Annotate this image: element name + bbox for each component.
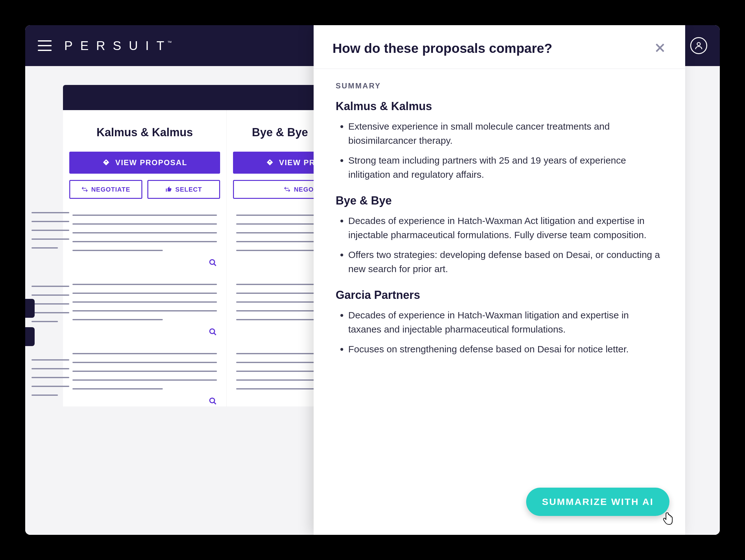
tag-icon [266,159,274,167]
summary-bullet: Decades of experience in Hatch-Waxman li… [348,308,663,336]
select-label: SELECT [175,186,202,193]
proposal-column-kalmus: Kalmus & Kalmus VIEW PROPOSAL NEGOTIATE … [63,110,227,407]
gutter-tabs [25,299,35,346]
firm-name: Bye & Bye [336,194,663,207]
placeholder-text-block [69,215,220,268]
firm-name: Kalmus & Kalmus [336,100,663,113]
header-left: PERSUIT ™ [38,39,172,53]
view-proposal-label: VIEW PROPOSAL [115,158,187,167]
app-window: PERSUIT ™ [25,25,720,535]
close-icon[interactable] [654,41,666,56]
summarize-label: SUMMARIZE WITH AI [542,496,654,507]
summary-bullet: Strong team including partners with 25 a… [348,153,663,181]
user-avatar-icon[interactable] [690,37,707,54]
menu-icon[interactable] [38,40,52,51]
placeholder-text-block [69,353,220,407]
summary-bullet: Focuses on strengthening defense based o… [348,342,663,356]
brand-logo: PERSUIT ™ [64,39,172,53]
view-proposal-button[interactable]: VIEW PROPOSAL [69,152,220,174]
placeholder-text-block [69,284,220,337]
brand-trademark: ™ [167,40,172,45]
negotiate-button[interactable]: NEGOTIATE [69,180,142,199]
panel-body: SUMMARY Kalmus & Kalmus Extensive experi… [314,69,685,388]
svg-point-0 [697,42,700,46]
gutter-tab[interactable] [25,299,35,318]
select-button[interactable]: SELECT [148,180,220,199]
panel-header: How do these proposals compare? [314,25,685,69]
swap-icon [81,186,88,193]
panel-title: How do these proposals compare? [332,41,552,56]
summary-bullet: Offers two strategies: developing defens… [348,248,663,276]
comparison-panel: How do these proposals compare? SUMMARY … [314,25,685,535]
tag-icon [102,159,110,167]
search-icon[interactable] [209,328,217,337]
firm-section-bye: Bye & Bye Decades of experience in Hatch… [336,194,663,276]
column-title: Kalmus & Kalmus [69,126,220,139]
svg-point-5 [269,161,270,162]
summarize-with-ai-button[interactable]: SUMMARIZE WITH AI [526,488,670,516]
brand-text: PERSUIT [64,39,172,53]
svg-point-4 [210,398,215,403]
firm-section-garcia: Garcia Partners Decades of experience in… [336,288,663,356]
svg-point-1 [105,161,107,162]
thumbs-up-icon [165,186,172,193]
svg-point-3 [210,329,215,334]
summary-bullet: Extensive experience in small molecule c… [348,119,663,147]
search-icon[interactable] [209,258,217,268]
firm-section-kalmus: Kalmus & Kalmus Extensive experience in … [336,100,663,181]
swap-icon [284,186,291,193]
svg-point-2 [210,259,215,264]
search-icon[interactable] [209,397,217,407]
summary-label: SUMMARY [336,81,663,90]
summary-bullet: Decades of experience in Hatch-Waxman Ac… [348,214,663,242]
gutter-tab[interactable] [25,327,35,346]
negotiate-label: NEGOTIATE [91,186,130,193]
firm-name: Garcia Partners [336,288,663,302]
